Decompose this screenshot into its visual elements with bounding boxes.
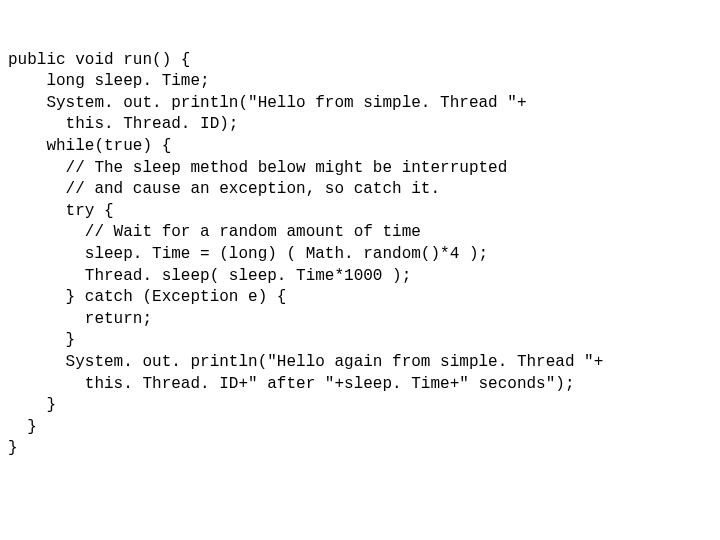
code-line: } xyxy=(8,439,18,457)
code-line: this. Thread. ID+" after "+sleep. Time+"… xyxy=(8,375,575,393)
code-line: this. Thread. ID); xyxy=(8,115,238,133)
code-line: public void run() { xyxy=(8,51,190,69)
code-line: } xyxy=(8,418,37,436)
code-line: // The sleep method below might be inter… xyxy=(8,159,507,177)
code-line: System. out. println("Hello again from s… xyxy=(8,353,603,371)
code-line: } catch (Exception e) { xyxy=(8,288,286,306)
code-line: System. out. println("Hello from simple.… xyxy=(8,94,526,112)
code-line: try { xyxy=(8,202,114,220)
code-line: } xyxy=(8,396,56,414)
code-line: } xyxy=(8,331,75,349)
code-line: Thread. sleep( sleep. Time*1000 ); xyxy=(8,267,411,285)
code-line: // and cause an exception, so catch it. xyxy=(8,180,440,198)
code-line: while(true) { xyxy=(8,137,171,155)
code-line: sleep. Time = (long) ( Math. random()*4 … xyxy=(8,245,488,263)
code-block: public void run() { long sleep. Time; Sy… xyxy=(0,0,720,460)
code-line: // Wait for a random amount of time xyxy=(8,223,421,241)
code-line: long sleep. Time; xyxy=(8,72,210,90)
code-line: return; xyxy=(8,310,152,328)
